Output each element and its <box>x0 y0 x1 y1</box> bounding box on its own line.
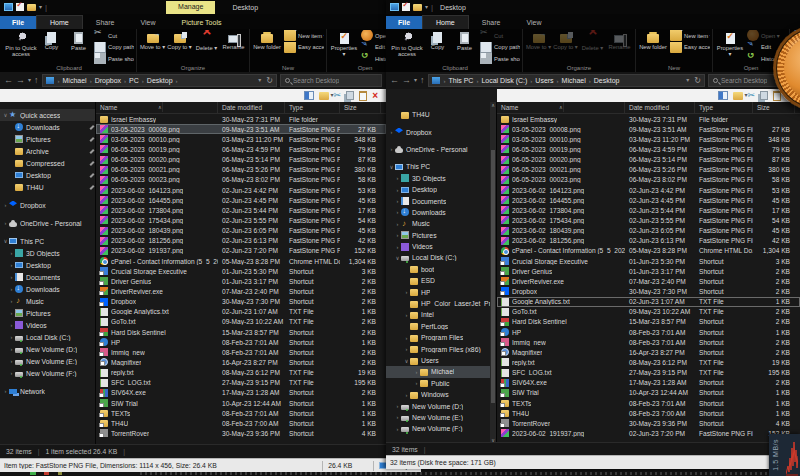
file-row[interactable]: 2023-06-02_164455.png 02-Jun-23 4:45 PM … <box>96 195 386 205</box>
file-row[interactable]: 03-05-2023_00010.png 03-May-23 11:20 PM … <box>96 134 386 144</box>
nav-item[interactable]: › 3D Objects <box>386 173 496 184</box>
file-row[interactable]: Driver Genius 01-Jun-23 3:17 PM Shortcut… <box>96 276 386 286</box>
breadcrumb-item[interactable]: Michael <box>560 77 588 84</box>
back-button[interactable]: ← <box>390 76 399 85</box>
file-row[interactable]: 2023-06-02_164123.png 02-Jun-23 4:42 PM … <box>96 185 386 195</box>
ribbon-button[interactable]: Pin to Quick access <box>4 30 38 65</box>
expander-icon[interactable]: › <box>394 244 401 250</box>
file-row[interactable]: 06-05-2023_00020.png 06-May-23 5:14 PM F… <box>96 155 386 165</box>
copy-icon[interactable] <box>346 91 354 100</box>
file-row[interactable]: SIV64X.exe 17-May-23 1:28 AM Shortcut 2 … <box>96 388 386 398</box>
expander-icon[interactable]: › <box>8 262 15 268</box>
ribbon-button[interactable]: Cut <box>92 30 134 42</box>
ribbon-button[interactable]: Copy <box>424 30 451 65</box>
file-row[interactable]: 2023-06-02_181256.png 02-Jun-23 6:13 PM … <box>497 236 800 246</box>
ribbon-button[interactable]: Copy to ▾ <box>552 30 579 65</box>
breadcrumb-item[interactable]: Desktop <box>592 77 622 84</box>
expander-icon[interactable]: › <box>394 403 401 409</box>
nav-item[interactable]: › Intel <box>386 309 496 320</box>
file-row[interactable]: 2023-06-02_175434.png 02-Jun-23 5:55 PM … <box>96 215 386 225</box>
refresh-icon[interactable]: ↻ <box>266 76 273 85</box>
breadcrumb-item[interactable]: This PC <box>447 77 476 84</box>
breadcrumb-item[interactable]: Users <box>533 77 555 84</box>
expander-icon[interactable]: › <box>394 414 401 420</box>
address-dropdown-icon[interactable]: ▾ <box>258 76 261 85</box>
nav-scrollbar[interactable]: ∧ ∨ <box>490 102 496 443</box>
file-row[interactable]: Hard Disk Sentinel 15-Mar-23 8:57 PM Sho… <box>497 317 800 327</box>
scroll-up-icon[interactable]: ∧ <box>491 102 495 108</box>
file-row[interactable]: 03-05-2023_00010.png 03-May-23 11:20 PM … <box>497 134 800 144</box>
nav-item[interactable]: › Videos <box>0 319 95 331</box>
file-row[interactable]: 06-05-2023_00021.png 06-May-23 5:26 PM F… <box>96 165 386 175</box>
file-row[interactable]: TEXTs 08-Feb-23 7:01 AM Shortcut 1 KB <box>96 408 386 418</box>
preview-pane-icon[interactable] <box>718 91 728 100</box>
file-row[interactable]: Google Analytics.txt 02-Jun-23 1:07 AM T… <box>497 297 800 307</box>
folder-dropdown-icon[interactable] <box>733 92 743 100</box>
file-row[interactable]: Driver Genius 01-Jun-23 3:17 PM Shortcut… <box>497 266 800 276</box>
nav-item[interactable]: › Dropbox <box>0 199 95 211</box>
nav-item[interactable]: HP_Color_LaserJet_Pro_MFP_M <box>386 298 496 309</box>
ribbon-button[interactable]: Copy <box>38 30 65 65</box>
nav-item[interactable]: › Local Disk (C:) <box>0 331 95 343</box>
file-row[interactable]: 2023-06-02_191937.png 02-Jun-23 7:20 PM … <box>497 428 800 438</box>
expander-icon[interactable]: ∨ <box>2 238 9 244</box>
forward-button[interactable]: → <box>16 76 25 85</box>
file-row[interactable]: 03-05-2023_00008.png 09-May-23 3:51 AM F… <box>497 124 800 134</box>
nav-item[interactable]: › Documents <box>386 195 496 206</box>
file-row[interactable]: 06-05-2023_00023.png 06-May-23 8:02 PM F… <box>497 175 800 185</box>
nav-item[interactable]: Desktop <box>0 169 95 181</box>
ribbon-button[interactable]: Move to ▾ <box>525 30 552 65</box>
column-header[interactable]: Type <box>285 102 340 113</box>
expander-icon[interactable]: ∨ <box>2 112 9 118</box>
file-row[interactable]: DriverReviver.exe 07-Mar-23 2:40 PM Shor… <box>96 286 386 296</box>
file-row[interactable]: reply.txt 08-May-23 6:12 PM TXT File 19 … <box>497 357 800 367</box>
file-row[interactable]: TH4U 08-Feb-23 7:00 AM Shortcut 1 KB <box>497 408 800 418</box>
nav-item[interactable]: › Program Files <box>386 332 496 343</box>
qat-new-folder-icon[interactable] <box>413 4 422 11</box>
scrollbar-thumb[interactable] <box>491 150 495 403</box>
ribbon-button[interactable]: Paste shortcut <box>478 53 520 65</box>
nav-item[interactable]: › OneDrive - Personal <box>386 144 496 155</box>
ribbon-button[interactable]: Paste <box>451 30 478 65</box>
ribbon-button[interactable]: New item ▾ <box>282 30 324 42</box>
file-row[interactable]: TH4U 08-Feb-23 7:00 AM Shortcut 1 KB <box>96 418 386 428</box>
file-row[interactable]: 06-05-2023_00020.png 06-May-23 5:14 PM F… <box>497 155 800 165</box>
expander-icon[interactable]: › <box>403 392 410 398</box>
expander-icon[interactable]: › <box>413 369 420 375</box>
expander-icon[interactable]: › <box>413 380 420 386</box>
expander-icon[interactable]: › <box>403 289 410 295</box>
file-row[interactable]: 2023-06-02_173804.png 02-Jun-23 5:44 PM … <box>497 205 800 215</box>
nav-item[interactable]: › Pictures <box>386 230 496 241</box>
file-row[interactable]: TorrentRover 30-May-23 9:36 PM Shortcut … <box>497 418 800 428</box>
qat-properties-icon[interactable] <box>402 3 410 11</box>
qat-properties-icon[interactable] <box>16 3 24 11</box>
ribbon-tab[interactable]: File <box>386 16 422 29</box>
column-header[interactable]: Date modified <box>218 102 285 113</box>
file-row[interactable]: Israel Embassy 30-May-23 7:31 PM File fo… <box>497 114 800 124</box>
nav-item[interactable]: ∨ Users <box>386 355 496 366</box>
up-button[interactable]: ↑ <box>34 76 39 85</box>
nav-item[interactable]: TH4U <box>386 109 496 120</box>
file-row[interactable]: Immig_new 08-Feb-23 7:01 AM Shortcut 2 K… <box>497 337 800 347</box>
expander-icon[interactable]: › <box>403 335 410 341</box>
column-header[interactable]: Size <box>753 102 795 113</box>
file-row[interactable]: Magnifixer 16-Apr-23 8:27 PM Shortcut 2 … <box>96 357 386 367</box>
expander-icon[interactable]: › <box>2 202 9 208</box>
expander-icon[interactable]: › <box>394 426 401 432</box>
file-row[interactable]: SFC_LOG.txt 27-May-23 9:15 PM TXT File 1… <box>497 368 800 378</box>
expander-icon[interactable]: › <box>8 310 15 316</box>
recent-locations-icon[interactable]: ▾ <box>414 76 417 85</box>
file-row[interactable]: 2023-06-02_180439.png 02-Jun-23 6:05 PM … <box>497 226 800 236</box>
cut-icon[interactable]: ✂ <box>334 91 342 100</box>
nav-item[interactable]: ∨ Local Disk (C:) <box>386 252 496 263</box>
address-dropdown-icon[interactable]: ▾ <box>686 76 689 85</box>
nav-item[interactable]: › New Volume (E:) <box>0 355 95 367</box>
ribbon-button[interactable]: Copy to ▾ <box>166 30 193 65</box>
nav-item[interactable]: ESD <box>386 275 496 286</box>
ribbon-tab[interactable]: View <box>127 16 168 29</box>
expander-icon[interactable]: › <box>403 312 410 318</box>
expander-icon[interactable]: › <box>8 286 15 292</box>
expander-icon[interactable]: › <box>394 187 401 193</box>
nav-item[interactable]: › New Volume (D:) <box>386 400 496 411</box>
nav-item[interactable]: › Program Files (x86) <box>386 343 496 354</box>
